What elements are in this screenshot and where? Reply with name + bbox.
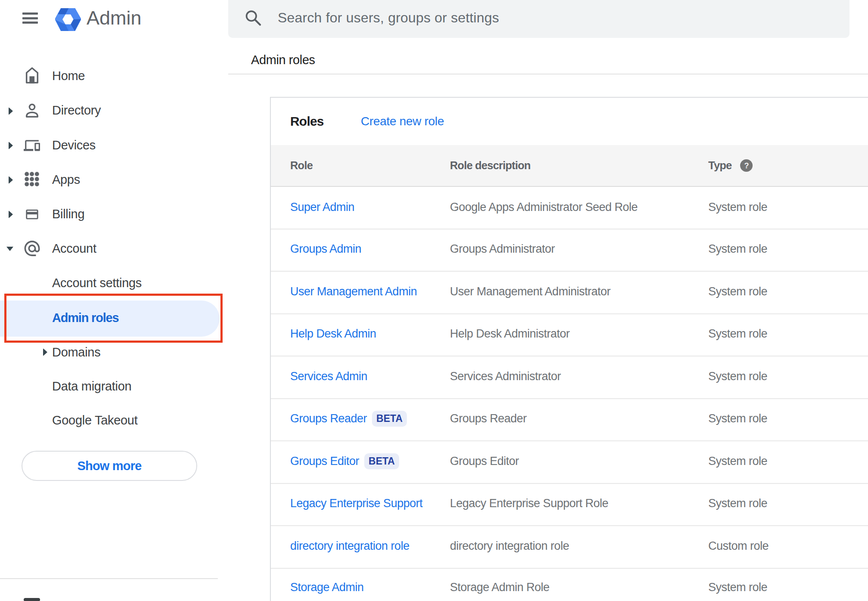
svg-text:?: ? xyxy=(744,161,748,170)
